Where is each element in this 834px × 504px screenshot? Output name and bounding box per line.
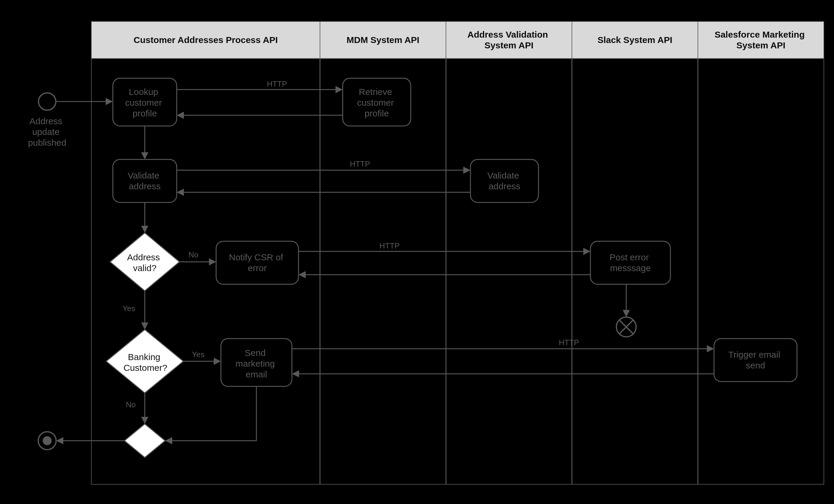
lane4-title: Slack System API [598,35,673,45]
node-validate2: Validate address [470,159,539,202]
node-send-email: Send marketing email [221,338,292,386]
edge-notify-posterr-label: HTTP [379,241,400,250]
lane1-title: Customer Addresses Process API [134,35,278,45]
edge-send-trigger-label: HTTP [559,338,579,347]
activity-diagram: Customer Addresses Process API MDM Syste… [0,0,834,504]
start-event-label: Address update published [28,116,66,148]
swimlane-frame: Customer Addresses Process API MDM Syste… [91,22,824,484]
node-notify: Notify CSR of error [216,241,299,284]
node-retrieve: Retrieve customer profile [343,78,411,126]
svg-point-10 [39,93,56,110]
start-event: Address update published [28,93,66,148]
node-validate1: Validate address [113,159,177,202]
end-event [38,432,56,450]
svg-point-12 [43,436,52,445]
node-lookup: Lookup customer profile [113,78,177,126]
node-trigger: Trigger email send [714,338,797,381]
svg-rect-0 [91,22,824,484]
edge-no-label: No [188,250,198,259]
edge-validate-out-label: HTTP [350,159,370,169]
edge-banking-yes-label: Yes [192,350,204,359]
error-end-event [616,317,636,337]
edge-lookup-retrieve-label: HTTP [267,80,287,88]
edge-banking-no-label: No [126,400,135,409]
lane2-title: MDM System API [347,35,419,45]
node-post-error: Post error messsage [590,241,671,284]
edge-yes-label: Yes [123,304,135,313]
